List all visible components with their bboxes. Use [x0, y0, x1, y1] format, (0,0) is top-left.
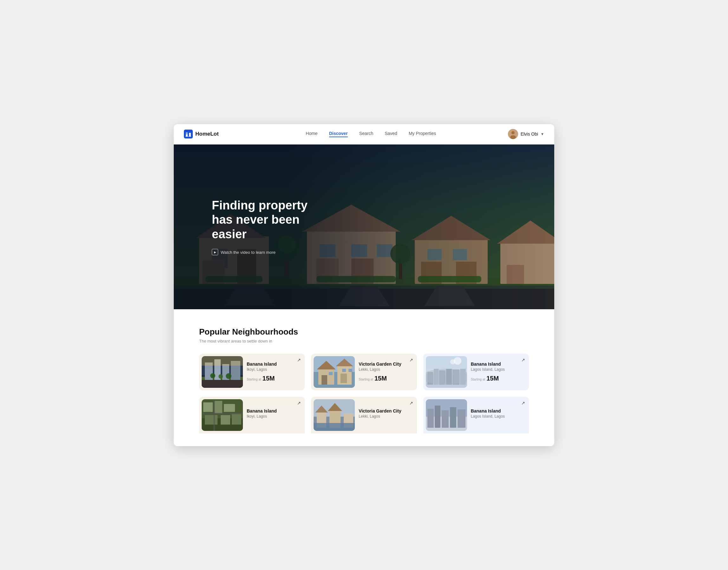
card-arrow-2: ↗ — [409, 357, 413, 362]
card-body-4: Banana Island Ikoyi, Lagos — [245, 404, 305, 425]
svg-rect-98 — [427, 409, 434, 428]
svg-rect-2 — [189, 133, 191, 136]
nav-my-properties[interactable]: My Properties — [409, 131, 436, 137]
card-location-6: Lagos Island, Lagos — [471, 414, 526, 418]
card-body-2: Victoria Garden City Lekki, Lagos Starti… — [357, 358, 417, 386]
card-image-4 — [202, 399, 243, 431]
svg-point-53 — [226, 373, 231, 379]
card-arrow-5: ↗ — [409, 400, 413, 405]
card-price-label-2: Starting at — [359, 378, 373, 381]
nav-home[interactable]: Home — [306, 131, 317, 137]
hero-title: Finding property has never been easier — [212, 198, 320, 241]
nav-discover[interactable]: Discover — [329, 131, 348, 137]
logo[interactable]: HomeLot — [184, 129, 219, 138]
card-price-row-2: Starting at 15M — [359, 375, 413, 382]
svg-point-51 — [210, 373, 215, 378]
svg-rect-65 — [348, 369, 352, 372]
svg-point-74 — [426, 369, 467, 385]
card-body-3: Banana Island Lagos Island, Lagos Starti… — [470, 358, 529, 386]
card-name-2: Victoria Garden City — [359, 361, 413, 366]
svg-rect-95 — [314, 423, 355, 431]
card-image-3 — [426, 356, 467, 388]
svg-rect-102 — [458, 409, 466, 428]
neighbourhood-card-3[interactable]: Banana Island Lagos Island, Lagos Starti… — [423, 354, 529, 390]
nav-links: Home Discover Search Saved My Properties — [234, 131, 508, 137]
svg-point-77 — [450, 359, 455, 364]
svg-rect-80 — [203, 402, 213, 412]
neighbourhood-card-1[interactable]: Banana Island Ikoyi, Lagos Starting at 1… — [199, 354, 305, 390]
svg-rect-101 — [450, 407, 456, 428]
svg-rect-100 — [442, 410, 449, 428]
card-price-label-3: Starting at — [471, 378, 486, 381]
svg-rect-85 — [232, 413, 241, 424]
card-price-2: 15M — [374, 375, 387, 382]
neighbourhood-card-2[interactable]: Victoria Garden City Lekki, Lagos Starti… — [311, 354, 417, 390]
svg-rect-62 — [341, 373, 347, 383]
logo-icon — [184, 129, 193, 138]
card-price-1: 15M — [262, 375, 275, 382]
card-body-5: Victoria Garden City Lekki, Lagos — [357, 404, 417, 425]
svg-rect-87 — [213, 399, 215, 431]
card-body-1: Banana Island Ikoyi, Lagos Starting at 1… — [245, 358, 305, 386]
neighbourhood-cards-row2: Banana Island Ikoyi, Lagos ↗ — [199, 397, 529, 434]
card-image-1 — [202, 356, 243, 388]
card-name-5: Victoria Garden City — [359, 408, 413, 413]
chevron-down-icon: ▼ — [541, 132, 544, 136]
svg-rect-82 — [224, 404, 235, 412]
card-location-3: Lagos Island, Lagos — [471, 367, 526, 372]
logo-text: HomeLot — [195, 131, 219, 137]
card-price-row-1: Starting at 15M — [247, 375, 302, 382]
svg-rect-64 — [342, 369, 346, 372]
nav-saved[interactable]: Saved — [385, 131, 397, 137]
user-menu[interactable]: Elvis Obi ▼ — [508, 129, 544, 139]
card-image-6 — [426, 399, 467, 431]
svg-rect-3 — [186, 132, 188, 134]
svg-point-7 — [510, 135, 516, 139]
hero-section: Finding property has never been easier ▶… — [174, 145, 554, 309]
svg-point-6 — [512, 131, 515, 134]
content-section: Popular Neighbourhoods The most vibrant … — [174, 309, 554, 446]
browser-window: HomeLot Home Discover Search Saved My Pr… — [174, 124, 554, 446]
card-body-6: Banana Island Lagos Island, Lagos — [470, 404, 529, 425]
card-name-6: Banana Island — [471, 408, 526, 413]
neighbourhood-card-4[interactable]: Banana Island Ikoyi, Lagos ↗ — [199, 397, 305, 434]
avatar — [508, 129, 518, 139]
card-image-2 — [314, 356, 355, 388]
section-subtitle: The most vibrant areas to settle down in — [199, 339, 529, 343]
card-price-row-3: Starting at 15M — [471, 375, 526, 382]
card-name-4: Banana Island — [247, 408, 302, 413]
card-name-1: Banana Island — [247, 361, 302, 366]
card-price-label-1: Starting at — [247, 378, 261, 381]
nav-search[interactable]: Search — [359, 131, 373, 137]
svg-rect-99 — [435, 405, 440, 428]
svg-rect-83 — [205, 415, 217, 424]
svg-rect-63 — [329, 372, 333, 375]
card-arrow-3: ↗ — [521, 357, 525, 362]
video-link-text: Watch the video to learn more — [221, 250, 276, 254]
svg-rect-86 — [202, 413, 243, 414]
neighbourhood-card-6[interactable]: Banana Island Lagos Island, Lagos ↗ — [423, 397, 529, 434]
user-name: Elvis Obi — [521, 131, 538, 136]
neighbourhood-cards-row1: Banana Island Ikoyi, Lagos Starting at 1… — [199, 354, 529, 390]
svg-rect-61 — [322, 375, 327, 385]
svg-rect-0 — [184, 129, 193, 138]
svg-point-52 — [218, 374, 223, 379]
card-price-3: 15M — [486, 375, 499, 382]
card-location-5: Lekki, Lagos — [359, 414, 413, 418]
card-arrow-6: ↗ — [521, 400, 525, 405]
neighbourhood-card-5[interactable]: Victoria Garden City Lekki, Lagos ↗ — [311, 397, 417, 434]
card-arrow-4: ↗ — [297, 400, 301, 405]
svg-rect-84 — [221, 415, 230, 424]
navbar: HomeLot Home Discover Search Saved My Pr… — [174, 124, 554, 145]
svg-rect-81 — [214, 401, 222, 413]
svg-rect-1 — [186, 134, 188, 136]
video-link[interactable]: ▶ Watch the video to learn more — [212, 249, 320, 255]
card-image-5 — [314, 399, 355, 431]
card-name-3: Banana Island — [471, 361, 526, 366]
card-location-4: Ikoyi, Lagos — [247, 414, 302, 418]
card-location-2: Lekki, Lagos — [359, 367, 413, 372]
play-icon: ▶ — [212, 249, 218, 255]
svg-rect-54 — [202, 356, 243, 366]
card-location-1: Ikoyi, Lagos — [247, 367, 302, 372]
hero-content: Finding property has never been easier ▶… — [212, 198, 320, 255]
